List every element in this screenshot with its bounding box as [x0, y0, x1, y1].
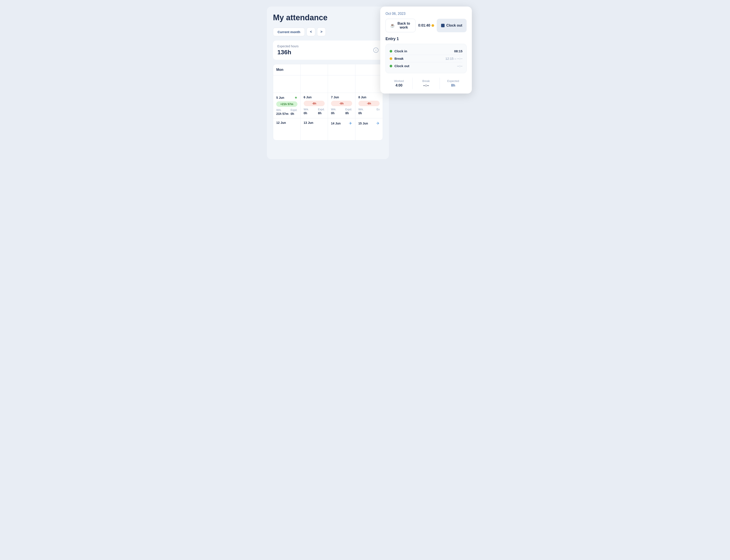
wrk-value-5jun: 21h 57m: [276, 112, 288, 116]
cell-15jun[interactable]: 15 Jun ✈: [355, 118, 383, 140]
empty-cell-3: [328, 75, 355, 93]
break-summary-label: Break: [415, 79, 437, 83]
worked-label: Worked: [388, 79, 410, 83]
expected-summary-value: 8h: [442, 83, 464, 87]
back-to-work-label: Back to work: [397, 22, 411, 29]
break-dot: [390, 57, 392, 60]
entry-row-break: Break 12:15 – --:--: [390, 55, 462, 62]
entry-clock-out-time: --:--: [457, 64, 462, 68]
popup-card: Oct 06, 2023 ☕ Back to work 0:01:40 Cloc…: [380, 7, 472, 94]
star-icon-5jun: ★: [294, 95, 297, 100]
calendar-table: Mon 5 Jun ★ +21h 5: [273, 64, 383, 140]
wrk-label-8jun: Wrk.: [358, 108, 364, 111]
date-7jun: 7 Jun: [331, 95, 339, 99]
entry-clock-out-label: Clock out: [394, 64, 414, 68]
plane-icon-14jun: ✈: [349, 121, 352, 126]
wrk-value-6jun: 0h: [304, 111, 309, 115]
badge-8jun: -8h: [358, 101, 380, 106]
cell-7jun[interactable]: 7 Jun -8h Wrk. 0h Expd. 8h: [328, 93, 355, 118]
cell-13jun[interactable]: 13 Jun: [301, 118, 328, 140]
cell-5jun[interactable]: 5 Jun ★ +21h 57m Wrk. 21h 57m Expd. 0h: [273, 93, 301, 118]
clock-in-time: 08:15: [454, 49, 462, 53]
calendar-row-empty: [273, 75, 383, 93]
expected-label: Expected hours: [277, 44, 298, 48]
clock-out-label: Clock out: [446, 24, 462, 27]
current-month-button[interactable]: Current month: [273, 28, 305, 36]
timer-value: 0:01:40: [418, 24, 430, 27]
wrk-label-5jun: Wrk.: [276, 109, 288, 112]
date-5jun: 5 Jun: [276, 96, 284, 99]
summary-expected: Expected 8h: [440, 78, 467, 89]
worked-value: 4:00: [388, 83, 410, 87]
clock-out-button[interactable]: Clock out: [437, 19, 467, 32]
header-thu: [355, 64, 383, 75]
date-15jun: 15 Jun: [358, 122, 368, 125]
calendar-header: Mon: [273, 64, 383, 75]
summary-break: Break --:--: [413, 78, 439, 89]
cell-14jun[interactable]: 14 Jun ✈: [328, 118, 355, 140]
back-to-work-button[interactable]: ☕ Back to work: [385, 19, 416, 32]
wrk-value-7jun: 0h: [331, 111, 336, 115]
coffee-icon: ☕: [390, 23, 395, 28]
summary-row: Worked 4:00 Break --:-- Expected 8h: [385, 77, 467, 89]
empty-cell-2: [301, 75, 328, 93]
entry-title: Entry 1: [385, 37, 467, 41]
empty-cell-4: [355, 75, 383, 93]
header-wed: [328, 64, 355, 75]
month-nav: Current month < >: [273, 27, 383, 36]
popup-actions: ☕ Back to work 0:01:40 Clock out: [385, 19, 467, 32]
calendar-row-week2: 5 Jun ★ +21h 57m Wrk. 21h 57m Expd. 0h: [273, 93, 383, 118]
expd-label-5jun: Expd.: [291, 109, 297, 112]
badge-5jun: +21h 57m: [276, 101, 297, 107]
header-tue: [301, 64, 328, 75]
break-time: 12:15 – --:--: [445, 57, 462, 60]
empty-cell-1: [273, 75, 301, 93]
plane-icon-15jun: ✈: [376, 121, 380, 126]
expected-value: 136h: [277, 49, 298, 56]
expd-value-5jun: 0h: [291, 112, 297, 116]
page-title: My attendance: [273, 13, 383, 22]
summary-worked: Worked 4:00: [385, 78, 412, 89]
stop-icon: [441, 24, 445, 27]
next-month-button[interactable]: >: [317, 27, 326, 36]
calendar-row-week3: 12 Jun 13 Jun 14 Jun ✈ 15 Jun: [273, 118, 383, 140]
wrk-label-6jun: Wrk.: [304, 108, 309, 111]
date-12jun: 12 Jun: [276, 121, 286, 124]
popup-date: Oct 06, 2023: [385, 12, 467, 16]
wrk-label-7jun: Wrk.: [331, 108, 336, 111]
expd-label-8jun: Ex: [377, 108, 380, 111]
date-8jun: 8 Jun: [358, 95, 367, 99]
cell-6jun[interactable]: 6 Jun -8h Wrk. 0h Expd. 8h: [301, 93, 328, 118]
expd-value-6jun: 8h: [318, 111, 325, 115]
entry-card: Clock in 08:15 Break 12:15 – --:-- Clock…: [385, 44, 467, 73]
cell-8jun[interactable]: 8 Jun -8h Wrk. 0h Ex: [355, 93, 383, 118]
clock-out-dot: [390, 65, 392, 67]
entry-row-clock-out: Clock out --:--: [390, 62, 462, 70]
badge-6jun: -8h: [304, 101, 325, 106]
expd-label-7jun: Expd.: [345, 108, 352, 111]
timer-dot: [432, 24, 434, 27]
timer-display: 0:01:40: [418, 19, 434, 32]
expected-summary-label: Expected: [442, 79, 464, 83]
break-label: Break: [394, 57, 414, 60]
date-13jun: 13 Jun: [304, 121, 313, 124]
date-6jun: 6 Jun: [304, 95, 312, 99]
clock-in-dot: [390, 50, 392, 53]
left-panel: My attendance Current month < > Expected…: [267, 7, 389, 159]
expd-value-7jun: 8h: [345, 111, 352, 115]
badge-7jun: -8h: [331, 101, 352, 106]
break-summary-value: --:--: [415, 83, 437, 87]
expected-hours-card: Expected hours 136h i: [273, 41, 383, 60]
date-14jun: 14 Jun: [331, 122, 341, 125]
header-mon: Mon: [273, 64, 301, 75]
expd-label-6jun: Expd.: [318, 108, 325, 111]
cell-12jun[interactable]: 12 Jun: [273, 118, 301, 140]
prev-month-button[interactable]: <: [307, 27, 315, 36]
entry-row-clock-in: Clock in 08:15: [390, 48, 462, 55]
wrk-value-8jun: 0h: [358, 111, 364, 115]
clock-in-label: Clock in: [394, 49, 414, 53]
info-icon[interactable]: i: [373, 48, 379, 53]
